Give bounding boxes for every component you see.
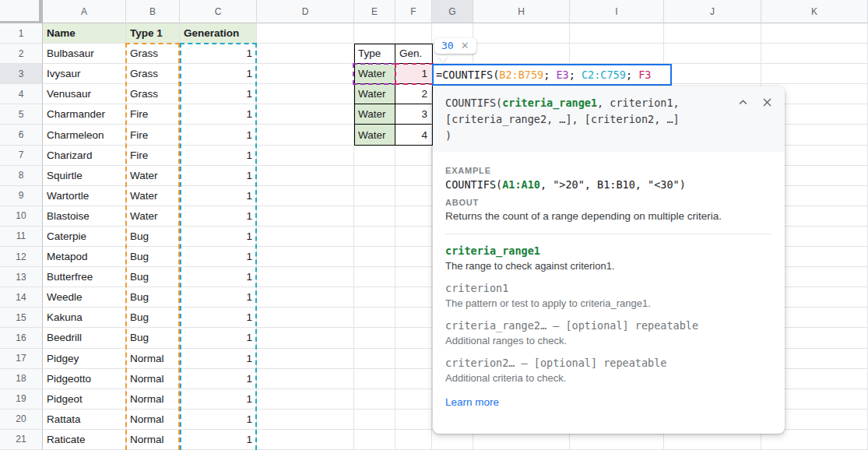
cell-E3[interactable]: Water xyxy=(354,64,395,84)
cell-A8[interactable]: Squirtle xyxy=(43,166,126,186)
cell-A10[interactable]: Blastoise xyxy=(43,206,126,227)
cell-C3[interactable]: 1 xyxy=(180,64,257,84)
cell-E2[interactable]: Type xyxy=(354,44,395,64)
cell-E5[interactable]: Water xyxy=(354,104,395,125)
row-header-12[interactable]: 12 xyxy=(0,247,43,267)
cell-F4[interactable]: 2 xyxy=(395,84,432,104)
row-header-2[interactable]: 2 xyxy=(0,44,43,64)
cell-F9[interactable] xyxy=(395,186,432,206)
cell-A16[interactable]: Beedrill xyxy=(43,328,126,348)
cell-J1[interactable] xyxy=(664,23,761,44)
row-header-1[interactable]: 1 xyxy=(0,23,43,44)
row-header-19[interactable]: 19 xyxy=(0,389,43,410)
cell-F11[interactable] xyxy=(395,227,432,247)
cell-J2[interactable] xyxy=(664,44,761,64)
col-header-C[interactable]: C xyxy=(180,0,257,23)
row-header-9[interactable]: 9 xyxy=(0,186,43,206)
cell-D4[interactable] xyxy=(257,84,354,104)
cell-E17[interactable] xyxy=(354,349,395,369)
cell-D13[interactable] xyxy=(257,267,354,287)
cell-B7[interactable]: Fire xyxy=(126,146,180,166)
col-header-G[interactable]: G xyxy=(432,0,473,23)
cell-C2[interactable]: 1 xyxy=(180,44,257,64)
select-all-corner[interactable] xyxy=(0,0,43,23)
preview-dismiss-icon[interactable]: ✕ xyxy=(461,40,469,51)
cell-E20[interactable] xyxy=(354,410,395,430)
col-header-F[interactable]: F xyxy=(395,0,432,23)
cell-F16[interactable] xyxy=(395,328,432,348)
cell-C10[interactable]: 1 xyxy=(180,206,257,227)
cell-A3[interactable]: Ivysaur xyxy=(43,64,126,84)
cell-A20[interactable]: Rattata xyxy=(43,410,126,430)
col-header-E[interactable]: E xyxy=(354,0,395,23)
cell-F12[interactable] xyxy=(395,247,432,267)
cell-F14[interactable] xyxy=(395,287,432,308)
cell-E8[interactable] xyxy=(354,166,395,186)
row-header-13[interactable]: 13 xyxy=(0,267,43,287)
cell-B10[interactable]: Water xyxy=(126,206,180,227)
cell-D16[interactable] xyxy=(257,328,354,348)
col-header-H[interactable]: H xyxy=(473,0,570,23)
cell-D20[interactable] xyxy=(257,410,354,430)
cell-C12[interactable]: 1 xyxy=(180,247,257,267)
cell-B1[interactable]: Type 1 xyxy=(126,23,180,44)
row-header-16[interactable]: 16 xyxy=(0,328,43,348)
cell-D2[interactable] xyxy=(257,44,354,64)
cell-B16[interactable]: Bug xyxy=(126,328,180,348)
cell-E12[interactable] xyxy=(354,247,395,267)
cell-B13[interactable]: Bug xyxy=(126,267,180,287)
cell-A2[interactable]: Bulbasaur xyxy=(43,44,126,64)
cell-D3[interactable] xyxy=(257,64,354,84)
cell-A1[interactable]: Name xyxy=(43,23,126,44)
cell-F8[interactable] xyxy=(395,166,432,186)
close-icon[interactable] xyxy=(761,97,773,108)
cell-F18[interactable] xyxy=(395,369,432,389)
cell-C5[interactable]: 1 xyxy=(180,104,257,125)
cell-E9[interactable] xyxy=(354,186,395,206)
cell-A11[interactable]: Caterpie xyxy=(43,227,126,247)
cell-A9[interactable]: Wartortle xyxy=(43,186,126,206)
cell-D11[interactable] xyxy=(257,227,354,247)
cell-D18[interactable] xyxy=(257,369,354,389)
cell-B21[interactable]: Normal xyxy=(126,430,180,450)
cell-B20[interactable]: Normal xyxy=(126,410,180,430)
cell-B15[interactable]: Bug xyxy=(126,308,180,328)
learn-more-link[interactable]: Learn more xyxy=(445,396,499,408)
cell-F2[interactable]: Gen. xyxy=(395,44,432,64)
cell-H1[interactable] xyxy=(473,23,570,44)
cell-E13[interactable] xyxy=(354,267,395,287)
cell-F15[interactable] xyxy=(395,308,432,328)
cell-E16[interactable] xyxy=(354,328,395,348)
row-header-15[interactable]: 15 xyxy=(0,308,43,328)
cell-B18[interactable]: Normal xyxy=(126,369,180,389)
col-header-I[interactable]: I xyxy=(570,0,664,23)
cell-K3[interactable] xyxy=(761,64,868,84)
cell-D12[interactable] xyxy=(257,247,354,267)
cell-C6[interactable]: 1 xyxy=(180,125,257,145)
cell-D7[interactable] xyxy=(257,146,354,166)
row-header-8[interactable]: 8 xyxy=(0,166,43,186)
cell-A19[interactable]: Pidgeot xyxy=(43,389,126,410)
cell-F21[interactable] xyxy=(395,430,432,450)
cell-F7[interactable] xyxy=(395,146,432,166)
col-header-B[interactable]: B xyxy=(126,0,180,23)
cell-D14[interactable] xyxy=(257,287,354,308)
cell-C15[interactable]: 1 xyxy=(180,308,257,328)
cell-J3[interactable] xyxy=(664,64,761,84)
cell-E4[interactable]: Water xyxy=(354,84,395,104)
row-header-20[interactable]: 20 xyxy=(0,410,43,430)
cell-B17[interactable]: Normal xyxy=(126,349,180,369)
row-header-18[interactable]: 18 xyxy=(0,369,43,389)
cell-E10[interactable] xyxy=(354,206,395,227)
cell-B12[interactable]: Bug xyxy=(126,247,180,267)
cell-D6[interactable] xyxy=(257,125,354,145)
cell-D21[interactable] xyxy=(257,430,354,450)
cell-A15[interactable]: Kakuna xyxy=(43,308,126,328)
row-header-5[interactable]: 5 xyxy=(0,104,43,125)
cell-C7[interactable]: 1 xyxy=(180,146,257,166)
cell-D15[interactable] xyxy=(257,308,354,328)
cell-B6[interactable]: Fire xyxy=(126,125,180,145)
row-header-14[interactable]: 14 xyxy=(0,287,43,308)
cell-C9[interactable]: 1 xyxy=(180,186,257,206)
row-header-21[interactable]: 21 xyxy=(0,430,43,450)
